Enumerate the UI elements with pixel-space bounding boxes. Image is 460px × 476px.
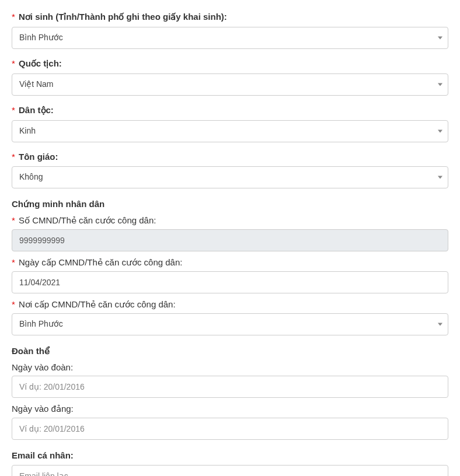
- email-group: Email cá nhân:: [12, 450, 448, 476]
- youth-union-group: Ngày vào đoàn:: [12, 362, 448, 398]
- required-mark: *: [12, 257, 15, 267]
- email-input[interactable]: [12, 465, 448, 476]
- required-mark: *: [12, 152, 15, 162]
- id-section-heading: Chứng minh nhân dân: [12, 199, 448, 209]
- required-mark: *: [12, 12, 15, 22]
- nationality-label: * Quốc tịch:: [12, 58, 448, 69]
- party-label: Ngày vào đảng:: [12, 404, 448, 414]
- id-issue-date-input[interactable]: [12, 271, 448, 293]
- religion-group: * Tôn giáo: Không: [12, 152, 448, 188]
- religion-label: * Tôn giáo:: [12, 152, 448, 162]
- required-mark: *: [12, 299, 15, 309]
- youth-union-label: Ngày vào đoàn:: [12, 362, 448, 372]
- ethnicity-select[interactable]: Kinh: [12, 120, 448, 142]
- id-issue-place-value: Bình Phước: [12, 313, 448, 335]
- ethnicity-label: * Dân tộc:: [12, 105, 448, 116]
- required-mark: *: [12, 58, 15, 68]
- youth-union-input[interactable]: [12, 376, 448, 398]
- ethnicity-group: * Dân tộc: Kinh: [12, 105, 448, 142]
- party-group: Ngày vào đảng:: [12, 404, 448, 440]
- religion-select[interactable]: Không: [12, 166, 448, 188]
- ethnicity-value: Kinh: [12, 120, 448, 142]
- ethnicity-label-text: Dân tộc:: [19, 105, 54, 115]
- nationality-group: * Quốc tịch: Việt Nam: [12, 58, 448, 96]
- religion-value: Không: [12, 166, 448, 188]
- required-mark: *: [12, 105, 15, 115]
- birthplace-value: Bình Phước: [12, 27, 448, 49]
- id-issue-place-group: * Nơi cấp CMND/Thẻ căn cước công dân: Bì…: [12, 299, 448, 335]
- id-issue-place-label: * Nơi cấp CMND/Thẻ căn cước công dân:: [12, 299, 448, 310]
- required-mark: *: [12, 215, 15, 225]
- id-number-label-text: Số CMND/Thẻ căn cước công dân:: [19, 215, 156, 225]
- birthplace-select[interactable]: Bình Phước: [12, 27, 448, 49]
- nationality-value: Việt Nam: [12, 74, 448, 96]
- nationality-select[interactable]: Việt Nam: [12, 74, 448, 96]
- nationality-label-text: Quốc tịch:: [19, 58, 62, 68]
- id-issue-date-label-text: Ngày cấp CMND/Thẻ căn cước công dân:: [19, 257, 182, 267]
- id-issue-place-select[interactable]: Bình Phước: [12, 313, 448, 335]
- id-issue-date-group: * Ngày cấp CMND/Thẻ căn cước công dân:: [12, 257, 448, 293]
- id-number-input: [12, 229, 448, 251]
- birthplace-group: * Nơi sinh (Tỉnh/Thành phố ghi theo giấy…: [12, 12, 448, 49]
- id-number-group: * Số CMND/Thẻ căn cước công dân:: [12, 215, 448, 251]
- id-number-label: * Số CMND/Thẻ căn cước công dân:: [12, 215, 448, 226]
- birthplace-label: * Nơi sinh (Tỉnh/Thành phố ghi theo giấy…: [12, 12, 448, 22]
- id-issue-date-label: * Ngày cấp CMND/Thẻ căn cước công dân:: [12, 257, 448, 268]
- religion-label-text: Tôn giáo:: [19, 152, 58, 162]
- email-label: Email cá nhân:: [12, 450, 448, 460]
- party-input[interactable]: [12, 418, 448, 440]
- id-issue-place-label-text: Nơi cấp CMND/Thẻ căn cước công dân:: [19, 299, 176, 309]
- org-section-heading: Đoàn thể: [12, 346, 448, 356]
- birthplace-label-text: Nơi sinh (Tỉnh/Thành phố ghi theo giấy k…: [19, 12, 227, 22]
